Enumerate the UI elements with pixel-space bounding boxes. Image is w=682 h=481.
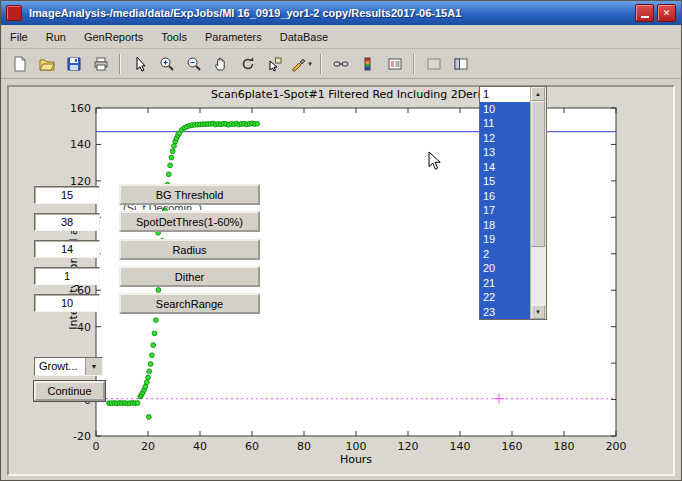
spot-number-listbox[interactable]: 110111213141516171819220212223 ▲ ▼ bbox=[479, 86, 547, 320]
window-title: ImageAnalysis-/media/data/ExpJobs/MI 16_… bbox=[29, 7, 632, 19]
brush-icon[interactable]: ▾ bbox=[289, 52, 314, 76]
list-item[interactable]: 11 bbox=[480, 116, 531, 131]
listbox-items: 110111213141516171819220212223 bbox=[480, 87, 531, 319]
dither-button[interactable]: Dither bbox=[119, 266, 260, 287]
insert-colorbar-icon[interactable] bbox=[355, 52, 380, 76]
list-item[interactable]: 17 bbox=[480, 203, 531, 218]
radius-button[interactable]: Radius bbox=[119, 239, 260, 260]
continue-button[interactable]: Continue bbox=[34, 381, 105, 401]
bg-threshold-input[interactable] bbox=[34, 186, 100, 204]
rotate-3d-icon[interactable] bbox=[235, 52, 260, 76]
minimize-icon bbox=[641, 16, 649, 18]
new-document-icon[interactable] bbox=[7, 52, 32, 76]
list-item[interactable]: 22 bbox=[480, 290, 531, 305]
list-item[interactable]: 20 bbox=[480, 261, 531, 276]
zoom-in-icon[interactable] bbox=[154, 52, 179, 76]
list-item[interactable]: 1 bbox=[480, 87, 531, 102]
bg-threshold-button[interactable]: BG Threshold bbox=[119, 184, 260, 205]
save-icon[interactable] bbox=[61, 52, 86, 76]
list-item[interactable]: 10 bbox=[480, 102, 531, 117]
print-icon[interactable] bbox=[88, 52, 113, 76]
brush-caret-icon: ▾ bbox=[308, 60, 312, 68]
data-cursor-icon[interactable] bbox=[262, 52, 287, 76]
list-item[interactable]: 12 bbox=[480, 131, 531, 146]
list-item[interactable]: 23 bbox=[480, 305, 531, 320]
spotdetthres-input[interactable] bbox=[34, 213, 100, 231]
figure-panel bbox=[7, 85, 675, 476]
toolbar: ▾ bbox=[1, 49, 681, 79]
list-item[interactable]: 14 bbox=[480, 160, 531, 175]
link-plot-icon[interactable] bbox=[328, 52, 353, 76]
close-icon: ✕ bbox=[663, 9, 671, 18]
open-folder-icon[interactable] bbox=[34, 52, 59, 76]
menu-item-parameters[interactable]: Parameters bbox=[196, 27, 271, 47]
menu-item-genreports[interactable]: GenReports bbox=[75, 27, 152, 47]
searchrange-input[interactable] bbox=[34, 294, 100, 312]
list-item[interactable]: 13 bbox=[480, 145, 531, 160]
chevron-down-icon[interactable]: ▼ bbox=[85, 358, 102, 375]
list-item[interactable]: 2 bbox=[480, 247, 531, 262]
scroll-up-icon[interactable]: ▲ bbox=[531, 87, 545, 101]
toolbar-separator bbox=[320, 54, 322, 74]
dock-figure-icon[interactable] bbox=[448, 52, 473, 76]
growth-mode-value: Growt... bbox=[35, 358, 85, 375]
growth-mode-dropdown[interactable]: Growt... ▼ bbox=[34, 357, 103, 376]
mouse-cursor bbox=[428, 151, 442, 175]
menu-item-run[interactable]: Run bbox=[37, 27, 75, 47]
hide-plot-tools-icon[interactable] bbox=[421, 52, 446, 76]
zoom-out-icon[interactable] bbox=[181, 52, 206, 76]
close-button[interactable]: ✕ bbox=[657, 4, 676, 22]
toolbar-separator bbox=[413, 54, 415, 74]
spotdetthres-button[interactable]: SpotDetThres(1-60%) bbox=[119, 211, 260, 232]
listbox-scrollbar[interactable]: ▲ ▼ bbox=[530, 87, 546, 319]
insert-legend-icon[interactable] bbox=[382, 52, 407, 76]
menu-item-database[interactable]: DataBase bbox=[271, 27, 337, 47]
list-item[interactable]: 18 bbox=[480, 218, 531, 233]
list-item[interactable]: 16 bbox=[480, 189, 531, 204]
menu-item-tools[interactable]: Tools bbox=[152, 27, 196, 47]
list-item[interactable]: 21 bbox=[480, 276, 531, 291]
app-window: ImageAnalysis-/media/data/ExpJobs/MI 16_… bbox=[0, 0, 682, 481]
minimize-button[interactable] bbox=[635, 4, 654, 22]
window-icon bbox=[6, 5, 22, 21]
toolbar-separator bbox=[119, 54, 121, 74]
list-item[interactable]: 15 bbox=[480, 174, 531, 189]
searchrange-button[interactable]: SearchRange bbox=[119, 293, 260, 314]
menu-bar: FileRunGenReportsToolsParametersDataBase bbox=[1, 25, 681, 49]
list-item[interactable]: 19 bbox=[480, 232, 531, 247]
title-bar[interactable]: ImageAnalysis-/media/data/ExpJobs/MI 16_… bbox=[1, 1, 681, 25]
radius-input[interactable] bbox=[34, 240, 100, 258]
scroll-down-icon[interactable]: ▼ bbox=[531, 305, 545, 319]
pan-hand-icon[interactable] bbox=[208, 52, 233, 76]
edit-plot-arrow-icon[interactable] bbox=[127, 52, 152, 76]
scrollbar-thumb[interactable] bbox=[531, 101, 545, 247]
menu-item-file[interactable]: File bbox=[1, 27, 37, 47]
dither-input[interactable] bbox=[34, 267, 100, 285]
